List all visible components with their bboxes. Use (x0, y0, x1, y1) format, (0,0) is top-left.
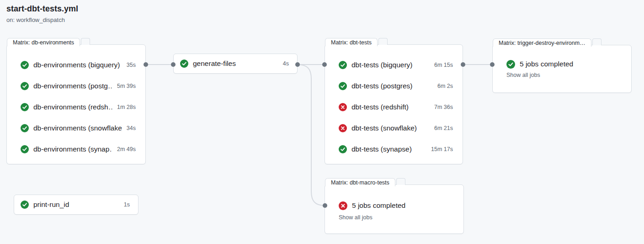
matrix-tab-db-environments: Matrix: db-environments (7, 38, 80, 46)
node-dbt-macro-tests: Matrix: dbt-macro-tests 5 jobs completed… (325, 184, 464, 234)
workflow-header: start-dbt-tests.yml on: workflow_dispatc… (6, 4, 78, 23)
failure-icon (339, 103, 347, 111)
job-row-db-environments-snowflake[interactable]: db-environments (snowflake) 34s (7, 118, 145, 139)
success-icon (21, 103, 29, 111)
job-duration: 15m 17s (431, 146, 453, 152)
success-icon (21, 145, 29, 153)
show-all-jobs-link[interactable]: Show all jobs (506, 72, 540, 78)
node-dbt-tests: Matrix: dbt-tests dbt-tests (bigquery) 6… (325, 44, 463, 164)
job-row-dbt-tests-bigquery[interactable]: dbt-tests (bigquery) 6m 15s (325, 54, 463, 76)
job-row-db-environments-postgres[interactable]: db-environments (postg… 5m 39s (7, 76, 145, 97)
matrix-tab-row: Matrix: dbt-macro-tests (325, 178, 405, 185)
job-name: db-environments (bigquery) (33, 61, 122, 69)
job-row-db-environments-bigquery[interactable]: db-environments (bigquery) 35s (7, 54, 145, 76)
failure-icon (339, 201, 347, 210)
job-row-dbt-tests-postgres[interactable]: dbt-tests (postgres) 6m 2s (325, 76, 463, 97)
workflow-trigger-label: on: workflow_dispatch (6, 16, 78, 23)
node-db-environments: Matrix: db-environments db-environments … (6, 44, 146, 164)
job-duration: 34s (127, 125, 136, 131)
job-duration: 5m 39s (117, 83, 136, 89)
jobs-summary-label: 5 jobs completed (520, 60, 573, 68)
matrix-tab-row: Matrix: trigger-destroy-environm… (493, 38, 601, 45)
edge-generate-to-macrotests (298, 65, 325, 206)
job-name: print-run_id (33, 201, 119, 209)
node-print-run-id[interactable]: print-run_id 1s (14, 195, 138, 215)
matrix-tab-trigger-destroy: Matrix: trigger-destroy-environm… (493, 38, 591, 47)
success-icon (339, 61, 347, 69)
job-name: dbt-tests (redshift) (351, 103, 430, 111)
matrix-tab-row: Matrix: dbt-tests (325, 38, 388, 45)
job-name: db-environments (synap… (33, 145, 112, 153)
job-duration: 6m 15s (434, 62, 453, 68)
stacked-card-edge (592, 38, 601, 45)
success-icon (21, 82, 29, 90)
job-name: dbt-tests (postgres) (351, 82, 433, 90)
success-icon (21, 61, 29, 69)
job-row-db-environments-redshift[interactable]: db-environments (redsh… 1m 28s (7, 97, 145, 118)
job-duration: 7m 36s (434, 104, 453, 110)
job-name: db-environments (snowflake) (33, 124, 122, 132)
job-name: dbt-tests (synapse) (351, 145, 426, 153)
success-icon (339, 82, 347, 90)
show-all-jobs-link[interactable]: Show all jobs (339, 214, 373, 221)
success-icon (180, 60, 188, 68)
job-row-db-environments-synapse[interactable]: db-environments (synap… 2m 49s (7, 139, 145, 160)
success-icon (21, 124, 29, 132)
stacked-card-edge (81, 38, 90, 45)
job-list: dbt-tests (bigquery) 6m 15s dbt-tests (p… (325, 54, 463, 160)
matrix-tab-dbt-tests: Matrix: dbt-tests (325, 38, 378, 46)
matrix-tab-row: Matrix: db-environments (7, 38, 90, 45)
node-generate-files[interactable]: generate-files 4s (173, 54, 298, 74)
node-trigger-destroy-environments: Matrix: trigger-destroy-environm… 5 jobs… (492, 45, 632, 93)
success-icon (339, 145, 347, 153)
job-row-dbt-tests-synapse[interactable]: dbt-tests (synapse) 15m 17s (325, 139, 463, 160)
matrix-tab-dbt-macro-tests: Matrix: dbt-macro-tests (325, 178, 395, 186)
failure-icon (339, 124, 347, 132)
job-row-dbt-tests-snowflake[interactable]: dbt-tests (snowflake) 6m 21s (325, 118, 463, 139)
job-name: dbt-tests (bigquery) (351, 61, 430, 69)
job-name: db-environments (redsh… (33, 103, 112, 111)
stacked-card-edge (396, 178, 405, 185)
jobs-summary-row[interactable]: 5 jobs completed (506, 59, 622, 69)
job-duration: 6m 2s (437, 83, 453, 89)
job-name: dbt-tests (snowflake) (351, 124, 430, 132)
job-duration: 1m 28s (117, 104, 136, 110)
workflow-file-title: start-dbt-tests.yml (6, 4, 78, 14)
job-name: db-environments (postg… (33, 82, 112, 90)
job-duration: 6m 21s (434, 125, 453, 131)
jobs-summary-row[interactable]: 5 jobs completed (339, 201, 454, 211)
success-icon (506, 60, 515, 69)
job-name: generate-files (193, 60, 278, 68)
job-duration: 1s (124, 201, 130, 208)
job-row-dbt-tests-redshift[interactable]: dbt-tests (redshift) 7m 36s (325, 97, 463, 118)
stacked-card-edge (378, 38, 388, 45)
job-duration: 4s (283, 60, 289, 67)
job-duration: 2m 49s (117, 146, 136, 152)
success-icon (21, 201, 29, 209)
job-list: db-environments (bigquery) 35s db-enviro… (7, 54, 145, 160)
workflow-graph: start-dbt-tests.yml on: workflow_dispatc… (0, 0, 644, 244)
jobs-summary-label: 5 jobs completed (352, 201, 405, 210)
job-duration: 35s (127, 62, 136, 68)
